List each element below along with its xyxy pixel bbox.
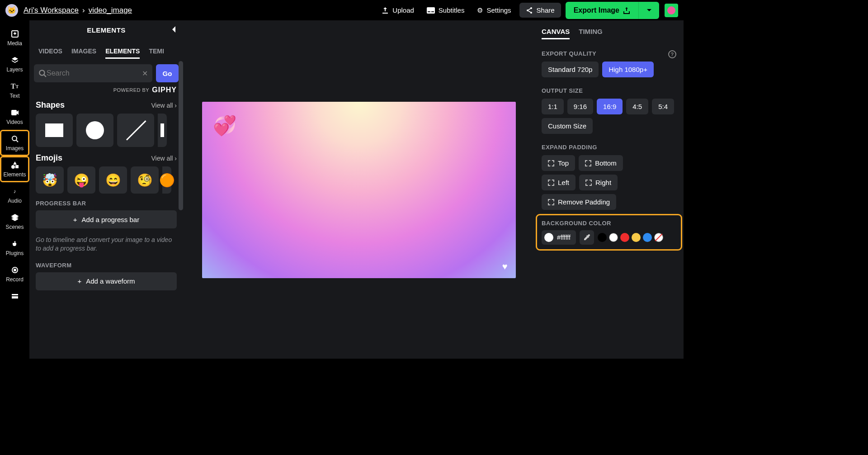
emoji-item[interactable]: 😜 bbox=[67, 166, 95, 194]
rail-plugins[interactable]: Plugins bbox=[0, 235, 29, 261]
rail-media[interactable]: Media bbox=[0, 25, 29, 51]
pad-right[interactable]: Right bbox=[579, 175, 618, 190]
canvas[interactable]: 💞 ♥ bbox=[202, 102, 516, 278]
rail-layers[interactable]: Layers bbox=[0, 51, 29, 77]
tab-canvas[interactable]: CANVAS bbox=[542, 28, 570, 39]
pad-top[interactable]: Top bbox=[542, 155, 575, 171]
add-progress-bar-button[interactable]: + Add a progress bar bbox=[36, 210, 177, 228]
export-label: Export Image bbox=[574, 6, 619, 14]
quality-high[interactable]: High 1080p+ bbox=[602, 62, 654, 77]
settings-label: Settings bbox=[486, 6, 511, 14]
shapes-heading: Shapes bbox=[36, 100, 65, 110]
emoji-item[interactable]: 🟠 bbox=[162, 166, 171, 194]
upload-button[interactable]: Upload bbox=[375, 3, 420, 18]
preset-none[interactable] bbox=[654, 233, 663, 242]
ratio-9-16[interactable]: 9:16 bbox=[567, 99, 593, 114]
tab-timing[interactable]: TIMING bbox=[579, 28, 603, 39]
canvas-watermark-heart-icon: ♥ bbox=[502, 261, 508, 272]
canvas-element-hearts[interactable]: 💞 bbox=[213, 114, 236, 137]
rail-videos[interactable]: Videos bbox=[0, 104, 29, 130]
video-icon bbox=[10, 108, 19, 117]
breadcrumb-workspace[interactable]: Ari's Workspace bbox=[24, 6, 79, 15]
pad-bottom-icon bbox=[585, 160, 591, 166]
gear-icon: ⚙ bbox=[477, 6, 483, 14]
info-icon[interactable]: ? bbox=[668, 50, 676, 58]
preset-red[interactable] bbox=[620, 233, 629, 242]
export-dropdown[interactable] bbox=[638, 2, 659, 19]
user-avatar[interactable] bbox=[665, 4, 678, 17]
rail-label: Text bbox=[9, 93, 19, 99]
rail-images[interactable]: Images bbox=[0, 130, 29, 156]
add-waveform-button[interactable]: + Add a waveform bbox=[36, 272, 177, 290]
panel-scrollbar[interactable] bbox=[179, 61, 183, 210]
clear-search-icon[interactable]: ✕ bbox=[142, 69, 148, 78]
pad-left[interactable]: Left bbox=[542, 175, 576, 190]
rail-audio[interactable]: ♪ Audio bbox=[0, 182, 29, 209]
rail-label: Videos bbox=[6, 119, 23, 125]
preset-yellow[interactable] bbox=[632, 233, 641, 242]
rail-label: Elements bbox=[3, 171, 26, 178]
ratio-1-1[interactable]: 1:1 bbox=[542, 99, 564, 114]
rail-more[interactable] bbox=[0, 287, 29, 305]
ratio-5-4[interactable]: 5:4 bbox=[652, 99, 674, 114]
shape-rectangle[interactable] bbox=[36, 114, 73, 147]
plug-icon bbox=[10, 239, 19, 248]
svg-rect-0 bbox=[427, 7, 435, 14]
svg-point-9 bbox=[11, 165, 15, 169]
search-input[interactable] bbox=[47, 69, 142, 77]
export-button[interactable]: Export Image bbox=[566, 2, 638, 19]
share-button[interactable]: Share bbox=[519, 3, 561, 18]
bg-color-value[interactable]: #ffffff bbox=[542, 230, 576, 245]
preset-black[interactable] bbox=[598, 233, 607, 242]
ratio-16-9[interactable]: 16:9 bbox=[597, 99, 623, 114]
eyedropper-button[interactable] bbox=[580, 230, 594, 245]
breadcrumb-project[interactable]: video_image bbox=[89, 6, 132, 15]
shape-more[interactable] bbox=[158, 114, 167, 147]
svg-rect-1 bbox=[428, 11, 430, 12]
custom-size-button[interactable]: Custom Size bbox=[542, 118, 593, 134]
shapes-viewall[interactable]: View all › bbox=[151, 102, 177, 109]
emojis-heading: Emojis bbox=[36, 153, 62, 163]
collapse-panel-icon[interactable] bbox=[170, 25, 178, 34]
pad-right-icon bbox=[585, 180, 592, 186]
tab-elements[interactable]: ELEMENTS bbox=[105, 47, 140, 59]
quality-standard[interactable]: Standard 720p bbox=[542, 62, 599, 77]
search-go-button[interactable]: Go bbox=[156, 64, 179, 82]
rail-label: Audio bbox=[8, 198, 22, 204]
rail-label: Record bbox=[6, 276, 24, 283]
subtitles-label: Subtitles bbox=[439, 6, 465, 14]
emoji-item[interactable]: 🧐 bbox=[131, 166, 159, 194]
pad-label: Top bbox=[558, 159, 569, 167]
rail-elements[interactable]: Elements bbox=[0, 156, 29, 182]
rail-scenes[interactable]: Scenes bbox=[0, 209, 29, 235]
remove-padding[interactable]: Remove Padding bbox=[542, 194, 616, 210]
workspace-avatar[interactable]: 🐱 bbox=[5, 4, 18, 17]
emoji-item[interactable]: 🤯 bbox=[36, 166, 64, 194]
preset-blue[interactable] bbox=[643, 233, 652, 242]
search-icon bbox=[10, 134, 19, 143]
pad-bottom[interactable]: Bottom bbox=[579, 155, 623, 171]
pad-top-icon bbox=[548, 160, 554, 166]
canvas-area[interactable]: 💞 ♥ bbox=[183, 20, 534, 359]
shape-circle[interactable] bbox=[76, 114, 113, 147]
rail-text[interactable]: TT Text bbox=[0, 77, 29, 104]
pad-label: Remove Padding bbox=[558, 198, 610, 206]
ratio-4-5[interactable]: 4:5 bbox=[626, 99, 648, 114]
settings-button[interactable]: ⚙ Settings bbox=[471, 3, 517, 18]
rail-record[interactable]: Record bbox=[0, 261, 29, 287]
preset-white[interactable] bbox=[609, 233, 618, 242]
tab-templates[interactable]: TEMI bbox=[149, 47, 164, 59]
progress-hint: Go to timeline and convert your image to… bbox=[29, 233, 183, 257]
pad-label: Bottom bbox=[595, 159, 617, 167]
emojis-viewall[interactable]: View all › bbox=[151, 155, 177, 162]
subtitles-button[interactable]: Subtitles bbox=[420, 3, 471, 18]
tab-images[interactable]: IMAGES bbox=[71, 47, 96, 59]
powered-by-label: POWERED BY bbox=[113, 87, 150, 93]
chevron-down-icon bbox=[646, 9, 652, 12]
svg-rect-14 bbox=[12, 296, 18, 299]
breadcrumb-sep: › bbox=[82, 6, 85, 15]
left-rail: Media Layers TT Text Videos Images Eleme… bbox=[0, 20, 29, 359]
shape-line[interactable] bbox=[117, 114, 154, 147]
emoji-item[interactable]: 😄 bbox=[99, 166, 127, 194]
tab-videos[interactable]: VIDEOS bbox=[38, 47, 62, 59]
